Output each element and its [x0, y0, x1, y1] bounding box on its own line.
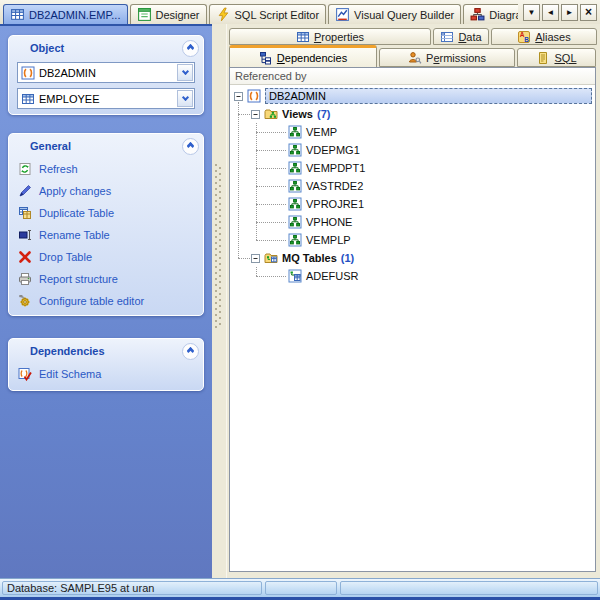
general-panel-header: General: [9, 134, 203, 158]
collapse-chevron-icon[interactable]: [182, 138, 199, 155]
report-structure-action[interactable]: Report structure: [9, 268, 203, 290]
tab-permissions[interactable]: Permissions: [379, 48, 515, 67]
refresh-action[interactable]: Refresh: [9, 158, 203, 180]
dependency-tree: Referenced by DB2ADMIN Views (7) VEMP: [229, 67, 596, 572]
collapse-chevron-icon[interactable]: [182, 40, 199, 57]
tree-node-vemplp[interactable]: VEMPLP: [230, 231, 595, 249]
tree-node-label: VEMP: [306, 126, 337, 138]
schema-icon: [21, 66, 35, 80]
status-bar: Database: SAMPLE95 at uran: [0, 578, 600, 597]
tree-column-header: Referenced by: [230, 68, 595, 85]
scroll-left-button[interactable]: ◄: [542, 4, 559, 21]
tree-node-vempdpt1[interactable]: VEMPDPT1: [230, 159, 595, 177]
refresh-icon: [18, 162, 32, 176]
document-tab-bar: DB2ADMIN.EMP... Designer SQL Script Edit…: [0, 0, 600, 24]
rename-table-action[interactable]: Rename Table: [9, 224, 203, 246]
tree-node-vemp[interactable]: VEMP: [230, 123, 595, 141]
scroll-right-button[interactable]: ►: [561, 4, 578, 21]
tab-list-dropdown-button[interactable]: ▼: [523, 4, 540, 21]
tree-node-label: ADEFUSR: [306, 270, 359, 282]
table-icon: [21, 92, 35, 106]
action-label: Refresh: [39, 163, 78, 175]
view-icon: [288, 197, 302, 211]
tree-node-label: VEMPLP: [306, 234, 351, 246]
tree-node-vphone[interactable]: VPHONE: [230, 213, 595, 231]
close-tab-button[interactable]: ×: [580, 4, 597, 21]
tab-designer[interactable]: Designer: [130, 4, 207, 24]
object-panel: Object DB2ADMIN EMPLOYEE: [8, 35, 204, 115]
view-icon: [288, 215, 302, 229]
action-label: Configure table editor: [39, 295, 144, 307]
tree-node-label: VPROJRE1: [306, 198, 364, 210]
action-label: Edit Schema: [39, 368, 101, 380]
splitter-grip[interactable]: [215, 164, 222, 334]
action-label: Duplicate Table: [39, 207, 114, 219]
edit-schema-action[interactable]: Edit Schema: [9, 363, 203, 385]
sidebar-splitter[interactable]: [212, 24, 226, 578]
tree-node-vastrde2[interactable]: VASTRDE2: [230, 177, 595, 195]
tree-node-db2admin[interactable]: DB2ADMIN: [230, 87, 595, 105]
schema-select[interactable]: DB2ADMIN: [17, 62, 195, 83]
tree-group-mq-tables[interactable]: MQ Tables (1): [230, 249, 595, 267]
collapse-chevron-icon[interactable]: [182, 343, 199, 360]
tab-label: Data: [458, 31, 481, 43]
configure-table-editor-action[interactable]: Configure table editor: [9, 290, 203, 312]
drop-table-action[interactable]: Drop Table: [9, 246, 203, 268]
tab-label: SQL: [554, 52, 576, 64]
collapse-minus-icon[interactable]: [251, 110, 260, 119]
sidebar: Object DB2ADMIN EMPLOYEE General Refresh…: [0, 24, 212, 578]
query-builder-icon: [335, 7, 350, 22]
tab-properties[interactable]: Properties: [229, 28, 431, 45]
apply-changes-action[interactable]: Apply changes: [9, 180, 203, 202]
view-icon: [288, 161, 302, 175]
mq-folder-icon: [264, 251, 278, 265]
panel-title: General: [30, 140, 71, 152]
tab-sql[interactable]: SQL: [517, 48, 596, 67]
table-select[interactable]: EMPLOYEE: [17, 88, 195, 109]
chevron-down-icon[interactable]: [177, 64, 193, 81]
collapse-minus-icon[interactable]: [251, 254, 260, 263]
tree-group-label: Views: [282, 108, 313, 120]
panel-title: Dependencies: [30, 345, 105, 357]
chevron-down-icon[interactable]: [177, 90, 193, 107]
view-icon: [288, 233, 302, 247]
tab-label: Aliases: [535, 31, 570, 43]
general-panel: General Refresh Apply changes Duplicate …: [8, 133, 204, 316]
duplicate-table-action[interactable]: Duplicate Table: [9, 202, 203, 224]
tree-node-label: VPHONE: [306, 216, 352, 228]
tab-label: Designer: [156, 9, 200, 21]
tree-node-vdepmg1[interactable]: VDEPMG1: [230, 141, 595, 159]
object-panel-header: Object: [9, 36, 203, 60]
tree-group-views[interactable]: Views (7): [230, 105, 595, 123]
tree-node-vprojre1[interactable]: VPROJRE1: [230, 195, 595, 213]
pen-icon: [18, 184, 32, 198]
tab-visual-query-builder[interactable]: Visual Query Builder: [328, 4, 461, 24]
form-designer-icon: [137, 7, 152, 22]
action-label: Drop Table: [39, 251, 92, 263]
tab-row-1: Properties Data Aliases: [229, 28, 599, 45]
dependencies-panel-header: Dependencies: [9, 339, 203, 363]
user-key-icon: [408, 51, 422, 65]
tab-bar-controls: ▼ ◄ ► ×: [518, 0, 600, 24]
collapse-minus-icon[interactable]: [234, 92, 243, 101]
tree-rows: DB2ADMIN Views (7) VEMP VDEPMG1 VEMPDPT1: [230, 85, 595, 285]
schema-select-value: DB2ADMIN: [39, 67, 96, 79]
tab-sql-script-editor[interactable]: SQL Script Editor: [209, 4, 327, 24]
tree-node-adefusr[interactable]: ADEFUSR: [230, 267, 595, 285]
view-icon: [288, 125, 302, 139]
tab-db2admin-employee[interactable]: DB2ADMIN.EMP...: [3, 4, 128, 24]
tab-aliases[interactable]: Aliases: [491, 28, 597, 45]
tab-data[interactable]: Data: [433, 28, 489, 45]
tab-dependencies[interactable]: Dependencies: [229, 45, 377, 67]
action-label: Apply changes: [39, 185, 111, 197]
printer-icon: [18, 272, 32, 286]
status-section-empty: [265, 581, 337, 595]
tab-label: Dependencies: [277, 52, 347, 64]
dependencies-panel: Dependencies Edit Schema: [8, 338, 204, 391]
tree-group-count: (1): [341, 252, 354, 264]
action-label: Rename Table: [39, 229, 110, 241]
views-folder-icon: [264, 107, 278, 121]
status-database: Database: SAMPLE95 at uran: [2, 581, 262, 595]
schema-icon: [247, 89, 261, 103]
rename-table-icon: [18, 228, 32, 242]
